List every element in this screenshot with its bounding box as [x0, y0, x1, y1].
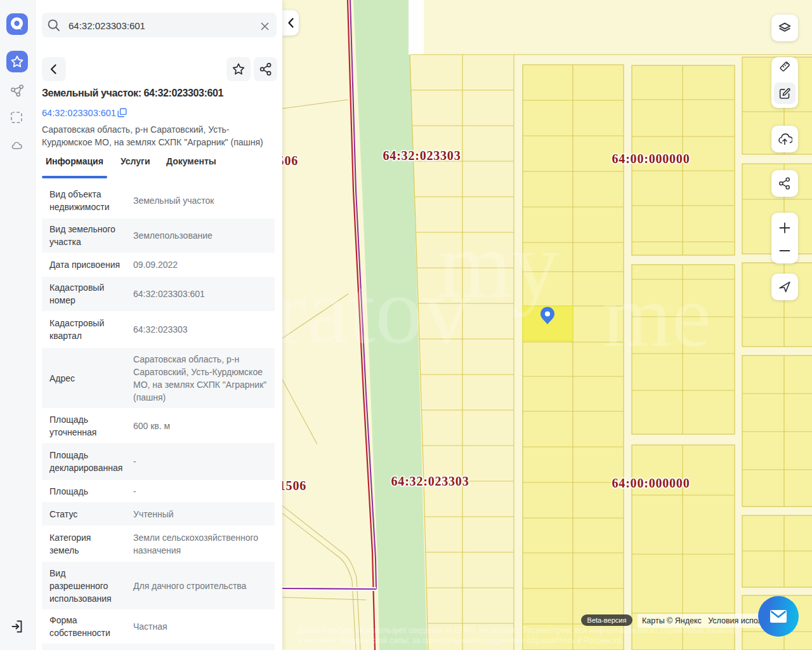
svg-text::506: :506 — [282, 154, 298, 168]
svg-text:64:32:023303: 64:32:023303 — [383, 149, 461, 162]
svg-text:my: my — [438, 212, 560, 317]
svg-text:64:00:000000: 64:00:000000 — [612, 476, 690, 490]
svg-text:me: me — [603, 267, 711, 365]
svg-text:64:00:000000: 64:00:000000 — [612, 152, 690, 166]
svg-text:64:32:023303: 64:32:023303 — [391, 474, 469, 488]
svg-text::1506: :1506 — [282, 479, 306, 493]
